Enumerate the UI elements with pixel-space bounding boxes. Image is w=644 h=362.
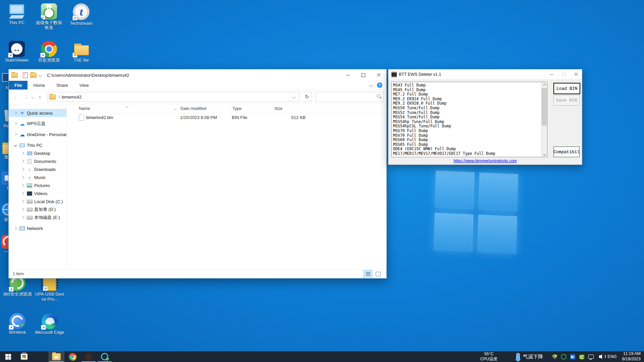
sidebar-item-desktop[interactable]: Desktop — [9, 149, 66, 157]
ecu-list-item[interactable]: MSS54 Tune/Full Dump — [393, 115, 547, 120]
thermometer-icon[interactable] — [516, 353, 520, 360]
listbox-scrollbar[interactable] — [541, 82, 547, 157]
ecu-list-item[interactable]: MSS50 Tune/Full Dump — [393, 106, 547, 111]
sidebar-item-this-pc[interactable]: This PC — [9, 141, 66, 149]
scroll-down-icon[interactable] — [541, 151, 547, 157]
refresh-button[interactable] — [302, 92, 312, 102]
ecu-list-item[interactable]: MSS60 Full Dump — [393, 138, 547, 142]
folder-icon[interactable] — [11, 73, 18, 78]
recent-locations-icon[interactable] — [31, 95, 35, 99]
filter-chevron-icon[interactable] — [174, 106, 178, 111]
search-input[interactable] — [316, 95, 375, 99]
ecu-list-item[interactable]: MSV70 Full Dump — [393, 133, 547, 138]
desktop-icon[interactable]: Microsoft Edge — [34, 312, 66, 351]
chevron-right-icon[interactable] — [19, 200, 26, 202]
defender-icon[interactable] — [552, 354, 557, 360]
back-button[interactable] — [11, 93, 20, 101]
ecu-list-item[interactable]: ME17/MED17/MEV17/MEVD17/EDC17 Type Full … — [393, 152, 547, 156]
chevron-right-icon[interactable] — [19, 208, 26, 210]
ecu-list-item[interactable]: MSS52 Tune/Full Dump — [393, 111, 547, 115]
sidebar-item-documents[interactable]: Documents — [9, 157, 66, 165]
weather-text[interactable]: 气温下降 — [523, 354, 543, 360]
compatibility-button[interactable]: Compatibil — [553, 146, 580, 157]
file-row[interactable]: bmwms42.bin1/20/2023 6:08 PMBIN File512 … — [77, 113, 386, 121]
menu-tab-share[interactable]: Share — [51, 81, 74, 89]
ribbon-expand-icon[interactable] — [369, 83, 373, 87]
maximize-button[interactable] — [356, 69, 371, 81]
ecu-list-item[interactable]: MS43 Full Dump — [393, 83, 547, 88]
column-header-size[interactable]: Size — [272, 104, 307, 113]
desktop-icon[interactable]: Techstream — [65, 3, 97, 40]
chevron-right-icon[interactable] — [12, 133, 19, 135]
chevron-right-icon[interactable] — [19, 192, 26, 194]
language-indicator[interactable]: ENG — [607, 354, 616, 359]
ecu-list-item[interactable]: MSS54hp Tune/Full Dump — [393, 120, 547, 124]
chevron-right-icon[interactable] — [19, 168, 26, 170]
desktop-icon[interactable]: WXWork — [1, 312, 34, 351]
close-button[interactable] — [371, 69, 386, 81]
column-header-date-modified[interactable]: Date modified — [178, 104, 230, 113]
taskbar-app-dark-app[interactable] — [80, 351, 97, 362]
column-header-name[interactable]: Name — [77, 104, 178, 113]
ecu-list-item[interactable]: ME9.2 EK924 Full Dump — [393, 97, 547, 102]
chevron-down-icon[interactable] — [38, 73, 42, 77]
new-folder-icon[interactable] — [30, 73, 37, 78]
desktop-icon[interactable]: 360安全浏览器 — [1, 274, 34, 312]
chevron-right-icon[interactable] — [19, 184, 26, 186]
network-icon[interactable] — [588, 354, 594, 360]
menu-tab-view[interactable]: View — [74, 81, 95, 89]
properties-icon[interactable] — [23, 72, 28, 78]
ecu-list-item[interactable]: MSS65 Full Dump — [393, 142, 547, 147]
sidebar-item-local-disk-c-[interactable]: Local Disk (C:) — [9, 197, 66, 205]
ecu-list-item[interactable]: MSS70 Full Dump — [393, 129, 547, 133]
address-bar[interactable]: bmwms42 — [47, 92, 300, 102]
minimize-button[interactable] — [546, 69, 558, 79]
menu-tab-home[interactable]: Home — [28, 81, 51, 89]
details-view-button[interactable] — [364, 270, 372, 278]
search-icon[interactable] — [375, 93, 383, 101]
scroll-up-icon[interactable] — [541, 82, 547, 88]
desktop-icon[interactable]: UPA-USB Device Pro... — [34, 274, 66, 312]
start-button[interactable] — [0, 351, 16, 362]
ecu-list-item[interactable]: ME7.2 Full Dump — [393, 92, 547, 97]
sidebar-item-wps云盘[interactable]: WPS云盘 — [9, 120, 66, 128]
chevron-down-icon[interactable] — [12, 144, 19, 146]
sidebar-item-videos[interactable]: Videos — [9, 189, 66, 197]
close-button[interactable] — [570, 69, 582, 79]
chevron-right-icon[interactable] — [12, 123, 19, 125]
sidebar-item-quick-access[interactable]: Quick access — [9, 109, 66, 117]
taskbar-app-store[interactable] — [16, 351, 32, 362]
column-header-type[interactable]: Type — [230, 104, 272, 113]
ecu-list-item[interactable]: MSS54hpCSL Tune/Full Dump — [393, 124, 547, 129]
load-bin-button[interactable]: Load BIN — [553, 83, 580, 94]
sidebar-item-downloads[interactable]: Downloads — [9, 165, 66, 173]
ecu-list-item[interactable]: ME9.2 EK928.0 Full Dump — [393, 101, 547, 106]
ecu-list-item[interactable]: DDE4 (EDC15C BMW) Full Dump — [393, 147, 547, 152]
chevron-right-icon[interactable] — [19, 217, 26, 219]
nvidia-icon[interactable] — [579, 354, 585, 360]
website-link[interactable]: https://www.bimmertuningtools.com — [453, 159, 517, 163]
desktop-icon[interactable]: This PC — [1, 3, 33, 40]
sync-icon[interactable] — [561, 354, 567, 360]
desktop-icon[interactable]: 超级兔子数据恢复 — [33, 3, 65, 40]
volume-icon[interactable] — [597, 354, 603, 360]
taskbar-app-chrome[interactable] — [64, 351, 80, 362]
taskbar-app-360-browser[interactable] — [32, 351, 48, 362]
chevron-right-icon[interactable] — [12, 112, 19, 114]
sidebar-item-onedrive-personal[interactable]: OneDrive - Personal — [9, 130, 66, 138]
sidebar-item-music[interactable]: Music — [9, 173, 66, 181]
minimize-button[interactable] — [340, 69, 356, 81]
chevron-right-icon[interactable] — [19, 152, 26, 154]
chevron-right-icon[interactable] — [12, 227, 19, 229]
uploader-icon[interactable] — [570, 354, 576, 360]
sidebar-item-pictures[interactable]: Pictures — [9, 181, 66, 189]
scrollbar-thumb[interactable] — [542, 88, 547, 126]
address-dropdown[interactable] — [290, 92, 297, 102]
taskbar-app-explorer[interactable] — [48, 351, 64, 362]
sidebar-item-network[interactable]: Network — [9, 224, 66, 232]
cpu-temp-widget[interactable]: 55°C CPU温度 — [480, 352, 497, 362]
taskbar-app-compass[interactable] — [97, 351, 113, 362]
chevron-right-icon[interactable] — [19, 176, 26, 178]
menu-tab-file[interactable]: File — [9, 81, 28, 89]
up-button[interactable] — [36, 93, 44, 101]
